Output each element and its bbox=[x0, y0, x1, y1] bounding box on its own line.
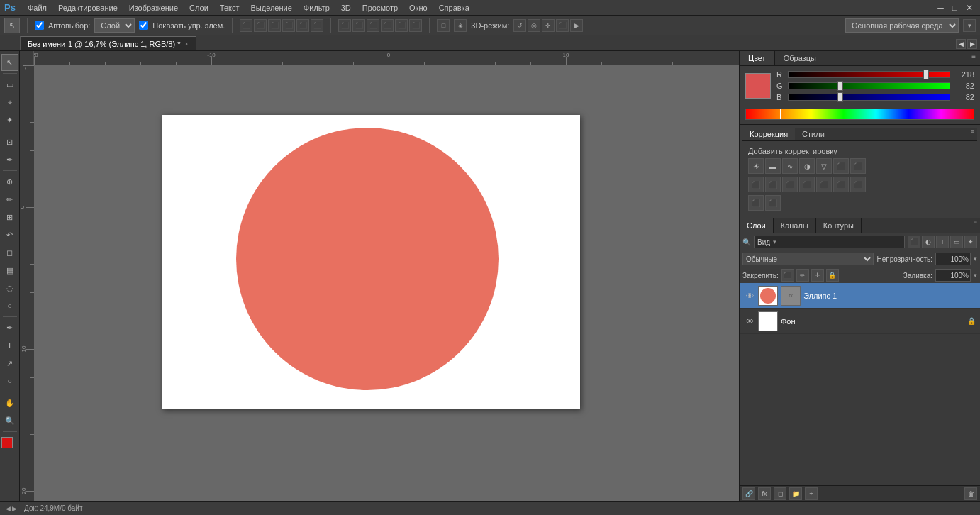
lock-all[interactable]: 🔒 bbox=[826, 269, 839, 282]
layer-ellipse-visibility[interactable]: 👁 bbox=[744, 290, 755, 301]
panel-collapse-left[interactable]: ◀ bbox=[956, 39, 966, 49]
canvas-button2[interactable]: ◈ bbox=[454, 19, 467, 32]
layer-mask-button[interactable]: ◻ bbox=[774, 487, 786, 500]
levels-icon[interactable]: ▬ bbox=[765, 158, 781, 174]
color-panel-menu[interactable]: ≡ bbox=[967, 51, 980, 65]
opacity-arrow[interactable]: ▾ bbox=[974, 255, 977, 262]
curves-icon[interactable]: ∿ bbox=[782, 158, 798, 174]
history-brush-tool[interactable]: ↶ bbox=[1, 226, 18, 243]
autoselect-checkbox[interactable] bbox=[35, 21, 44, 30]
bw-icon[interactable]: ⬛ bbox=[748, 177, 764, 192]
correction-tab[interactable]: Коррекция bbox=[742, 128, 795, 140]
menu-text[interactable]: Текст bbox=[215, 2, 245, 13]
gradient-map-icon[interactable]: ⬛ bbox=[748, 195, 764, 211]
layer-new-button[interactable]: + bbox=[805, 487, 818, 500]
status-prev[interactable]: ◀ bbox=[6, 505, 11, 512]
selective-color-icon[interactable]: ⬛ bbox=[765, 195, 781, 211]
layer-bg-visibility[interactable]: 👁 bbox=[744, 316, 755, 327]
tab-close-button[interactable]: × bbox=[184, 40, 188, 48]
align-center-v[interactable]: ⬛ bbox=[296, 19, 309, 32]
layer-group-button[interactable]: 📁 bbox=[789, 487, 802, 500]
menu-filter[interactable]: Фильтр bbox=[299, 2, 335, 13]
paths-tab[interactable]: Контуры bbox=[816, 218, 862, 233]
gradient-tool[interactable]: ▤ bbox=[1, 262, 18, 279]
threshold-icon[interactable]: ⬛ bbox=[850, 177, 866, 192]
colorbalance-icon[interactable]: ⬛ bbox=[850, 158, 866, 174]
menu-window[interactable]: Окно bbox=[404, 2, 433, 13]
rotate-3d[interactable]: ↺ bbox=[513, 19, 526, 32]
foreground-color-swatch[interactable] bbox=[1, 437, 13, 448]
lock-position[interactable]: ✛ bbox=[811, 269, 824, 282]
menu-image[interactable]: Изображение bbox=[124, 2, 183, 13]
brightness-icon[interactable]: ☀ bbox=[748, 158, 764, 174]
fill-input[interactable]: 100% bbox=[935, 269, 971, 282]
color-tab[interactable]: Цвет bbox=[740, 51, 775, 65]
menu-select[interactable]: Выделение bbox=[246, 2, 297, 13]
posterize-icon[interactable]: ⬛ bbox=[833, 177, 849, 192]
filter-shape-icon[interactable]: ▭ bbox=[950, 236, 963, 248]
hand-tool[interactable]: ✋ bbox=[1, 394, 18, 411]
stamp-tool[interactable]: ⊞ bbox=[1, 209, 18, 226]
align-right[interactable]: ⬛ bbox=[268, 19, 281, 32]
blend-mode-select[interactable]: Обычные bbox=[742, 253, 874, 265]
dist-center-h[interactable]: ⬛ bbox=[352, 19, 365, 32]
menu-view[interactable]: Просмотр bbox=[357, 2, 403, 13]
opacity-input[interactable]: 100% bbox=[935, 253, 971, 265]
photofilter-icon[interactable]: ⬛ bbox=[765, 177, 781, 192]
layer-delete-button[interactable]: 🗑 bbox=[964, 487, 977, 500]
blur-tool[interactable]: ◌ bbox=[1, 279, 18, 297]
menu-file[interactable]: Файл bbox=[23, 2, 52, 13]
zoom-3d[interactable]: ▶ bbox=[570, 19, 583, 32]
move-tool[interactable]: ↖ bbox=[1, 54, 18, 71]
panel-collapse-right[interactable]: ▶ bbox=[967, 39, 977, 49]
quick-select-tool[interactable]: ✦ bbox=[1, 111, 18, 128]
exposure-icon[interactable]: ◑ bbox=[799, 158, 815, 174]
fill-arrow[interactable]: ▾ bbox=[974, 272, 977, 279]
crop-tool[interactable]: ⊡ bbox=[1, 133, 18, 150]
canvas-button[interactable]: □ bbox=[437, 19, 450, 32]
channels-tab[interactable]: Каналы bbox=[774, 218, 816, 233]
g-thumb[interactable] bbox=[837, 81, 843, 91]
dist-bottom[interactable]: ⬛ bbox=[409, 19, 422, 32]
channelmixer-icon[interactable]: ⬛ bbox=[782, 177, 798, 192]
styles-tab[interactable]: Стили bbox=[795, 128, 832, 140]
shape-tool[interactable]: ○ bbox=[1, 372, 18, 389]
workspace-arrow[interactable]: ▾ bbox=[963, 19, 976, 32]
lock-image[interactable]: ✏ bbox=[796, 269, 809, 282]
color-swatch[interactable] bbox=[1, 437, 18, 454]
correction-panel-menu[interactable]: ≡ bbox=[968, 128, 977, 140]
slide-3d[interactable]: ⬛ bbox=[556, 19, 569, 32]
filter-type-icon[interactable]: T bbox=[936, 236, 949, 248]
swatches-tab[interactable]: Образцы bbox=[775, 51, 825, 65]
workspace-select[interactable]: Основная рабочая среда bbox=[845, 18, 959, 33]
color-spectrum[interactable] bbox=[745, 109, 974, 120]
filter-adj-icon[interactable]: ◐ bbox=[922, 236, 935, 248]
layer-ellipse-1[interactable]: 👁 fx Эллипс 1 bbox=[740, 283, 980, 309]
close-button[interactable]: ✕ bbox=[963, 3, 976, 13]
orbit-3d[interactable]: ◎ bbox=[528, 19, 540, 32]
g-slider[interactable] bbox=[788, 82, 950, 89]
align-top[interactable]: ⬛ bbox=[282, 19, 295, 32]
show-controls-checkbox[interactable] bbox=[139, 21, 148, 30]
layer-link-button[interactable]: 🔗 bbox=[742, 487, 755, 500]
maximize-button[interactable]: □ bbox=[950, 3, 960, 13]
status-next[interactable]: ▶ bbox=[12, 505, 17, 512]
lasso-tool[interactable]: ⌖ bbox=[1, 94, 18, 111]
layers-tab[interactable]: Слои bbox=[740, 218, 774, 233]
filter-arrow[interactable]: ▾ bbox=[773, 238, 776, 245]
minimize-button[interactable]: ─ bbox=[935, 3, 947, 13]
menu-3d[interactable]: 3D bbox=[336, 2, 356, 13]
autoselect-select[interactable]: Слой bbox=[94, 18, 135, 33]
marquee-tool[interactable]: ▭ bbox=[1, 76, 18, 93]
lock-transparent[interactable]: ⬛ bbox=[781, 269, 794, 282]
align-left[interactable]: ⬛ bbox=[240, 19, 252, 32]
eraser-tool[interactable]: ◻ bbox=[1, 244, 18, 261]
menu-edit[interactable]: Редактирование bbox=[53, 2, 123, 13]
dist-center-v[interactable]: ⬛ bbox=[395, 19, 408, 32]
filter-smart-icon[interactable]: ✦ bbox=[964, 236, 977, 248]
type-tool[interactable]: T bbox=[1, 337, 18, 354]
r-thumb[interactable] bbox=[923, 70, 929, 79]
layers-panel-menu[interactable]: ≡ bbox=[971, 218, 980, 233]
dist-top[interactable]: ⬛ bbox=[381, 19, 394, 32]
layer-fx-button[interactable]: fx bbox=[758, 487, 771, 500]
